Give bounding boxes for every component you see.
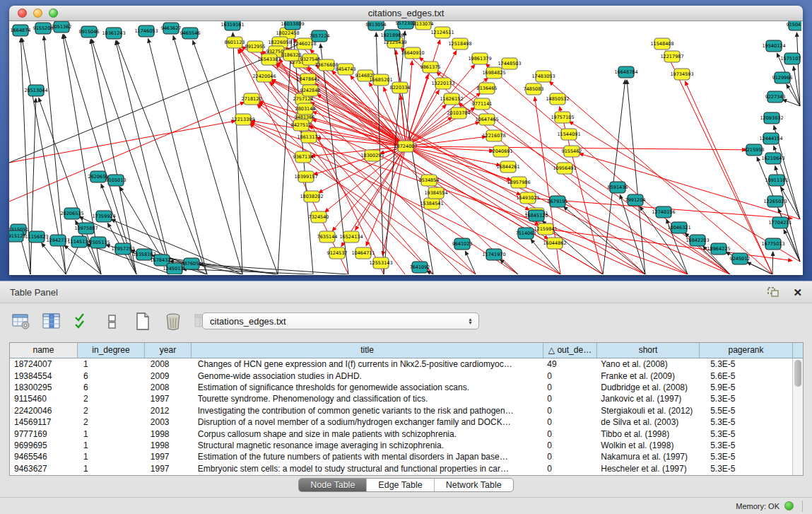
graph-node[interactable] bbox=[784, 53, 800, 64]
graph-node[interactable] bbox=[329, 247, 345, 259]
graph-node[interactable] bbox=[500, 161, 516, 173]
graph-node[interactable] bbox=[486, 67, 502, 78]
graph-node[interactable] bbox=[398, 21, 413, 29]
graph-node[interactable] bbox=[421, 175, 437, 186]
graph-node[interactable] bbox=[311, 211, 326, 223]
graph-node[interactable] bbox=[295, 151, 311, 163]
graph-node[interactable] bbox=[29, 231, 45, 243]
graph-node[interactable] bbox=[474, 98, 490, 110]
graph-node[interactable] bbox=[550, 93, 565, 105]
graph-node[interactable] bbox=[312, 30, 327, 42]
graph-node[interactable] bbox=[71, 236, 87, 247]
graph-node[interactable] bbox=[184, 258, 199, 269]
graph-node[interactable] bbox=[423, 62, 438, 73]
graph-node[interactable] bbox=[115, 243, 131, 255]
graph-node[interactable] bbox=[628, 194, 643, 206]
graph-node[interactable] bbox=[518, 228, 534, 239]
graph-node[interactable] bbox=[454, 238, 470, 250]
graph-node[interactable] bbox=[656, 206, 671, 218]
graph-node[interactable] bbox=[343, 231, 359, 243]
graph-node[interactable] bbox=[81, 26, 97, 37]
graph-node[interactable] bbox=[746, 144, 762, 156]
graph-node[interactable] bbox=[297, 38, 312, 49]
graph-node[interactable] bbox=[529, 210, 544, 221]
graph-node[interactable] bbox=[358, 70, 373, 81]
graph-node[interactable] bbox=[244, 93, 259, 105]
close-panel-icon[interactable]: ✕ bbox=[793, 287, 802, 298]
graph-node[interactable] bbox=[50, 235, 66, 246]
graph-node[interactable] bbox=[298, 171, 314, 182]
graph-node[interactable] bbox=[392, 82, 408, 93]
graph-node[interactable] bbox=[28, 85, 44, 96]
graph-node[interactable] bbox=[764, 112, 779, 124]
unselect-all-icon[interactable] bbox=[102, 312, 122, 332]
graph-node[interactable] bbox=[227, 37, 242, 48]
table-row[interactable]: 2242004622012Investigating the contribut… bbox=[10, 405, 792, 416]
column-header-0[interactable]: name bbox=[10, 343, 78, 358]
graph-node[interactable] bbox=[486, 249, 502, 260]
graph-node[interactable] bbox=[384, 30, 400, 41]
graph-node[interactable] bbox=[302, 54, 318, 65]
graph-node[interactable] bbox=[302, 85, 318, 96]
graph-node[interactable] bbox=[654, 38, 670, 49]
graph-node[interactable] bbox=[412, 262, 428, 273]
graph-node[interactable] bbox=[502, 58, 517, 69]
graph-node[interactable] bbox=[435, 27, 450, 38]
graph-node[interactable] bbox=[257, 71, 272, 82]
graph-node[interactable] bbox=[435, 78, 451, 89]
graph-node[interactable] bbox=[398, 141, 413, 152]
minimize-window-button[interactable] bbox=[33, 8, 42, 18]
graph-node[interactable] bbox=[767, 196, 783, 207]
column-header-6[interactable]: pagerank bbox=[700, 343, 793, 358]
graph-node[interactable] bbox=[319, 231, 335, 243]
graph-node[interactable] bbox=[479, 83, 495, 94]
tab-network-table[interactable]: Network Table bbox=[435, 479, 513, 491]
graph-node[interactable] bbox=[428, 187, 444, 199]
graph-node[interactable] bbox=[690, 235, 705, 246]
table-row[interactable]: 946554611997Estimation of the future num… bbox=[10, 451, 792, 462]
graph-node[interactable] bbox=[368, 21, 384, 30]
graph-node[interactable] bbox=[538, 223, 553, 235]
graph-node[interactable] bbox=[182, 28, 198, 39]
column-header-4[interactable]: △ out_de… bbox=[543, 343, 597, 358]
graph-node[interactable] bbox=[285, 21, 300, 30]
graph-node[interactable] bbox=[789, 21, 801, 30]
graph-node[interactable] bbox=[373, 74, 389, 86]
graph-node[interactable] bbox=[304, 191, 319, 202]
graph-node[interactable] bbox=[561, 129, 577, 140]
tab-edge-table[interactable]: Edge Table bbox=[367, 479, 434, 491]
graph-node[interactable] bbox=[547, 238, 563, 249]
graph-node[interactable] bbox=[479, 114, 495, 125]
graph-node[interactable] bbox=[365, 150, 380, 161]
graph-node[interactable] bbox=[472, 53, 488, 64]
graph-node[interactable] bbox=[555, 112, 570, 123]
graph-node[interactable] bbox=[766, 40, 782, 52]
graph-node[interactable] bbox=[765, 153, 781, 164]
graph-node[interactable] bbox=[486, 130, 502, 141]
graph-node[interactable] bbox=[355, 247, 371, 259]
table-row[interactable]: 977716911998Corpus callosum shape and si… bbox=[10, 428, 792, 439]
graph-node[interactable] bbox=[90, 171, 106, 182]
graph-node[interactable] bbox=[765, 238, 781, 250]
graph-node[interactable] bbox=[35, 23, 51, 34]
network-view[interactable]: 1872400718022458224602181275142118478642… bbox=[9, 21, 803, 275]
graph-node[interactable] bbox=[96, 211, 112, 222]
graph-node[interactable] bbox=[769, 175, 784, 186]
graph-node[interactable] bbox=[674, 69, 690, 80]
graph-node[interactable] bbox=[293, 119, 309, 131]
table-selector-dropdown[interactable]: citations_edges.txt ▲▼ bbox=[202, 313, 479, 329]
graph-node[interactable] bbox=[772, 217, 788, 228]
table-row[interactable]: 969969511998Structural magnetic resonanc… bbox=[10, 440, 792, 451]
graph-node[interactable] bbox=[338, 64, 353, 75]
graph-node[interactable] bbox=[283, 49, 299, 61]
table-row[interactable]: 946362711997Embryonic stem cells: a mode… bbox=[10, 463, 792, 474]
graph-node[interactable] bbox=[261, 54, 277, 65]
column-header-1[interactable]: in_degree bbox=[78, 343, 145, 358]
graph-node[interactable] bbox=[763, 133, 779, 144]
column-header-2[interactable]: year bbox=[145, 343, 192, 358]
graph-node[interactable] bbox=[416, 21, 431, 30]
table-row[interactable]: 1938455462009Genome-wide association stu… bbox=[10, 370, 792, 381]
scrollbar-thumb[interactable] bbox=[794, 360, 801, 387]
graph-node[interactable] bbox=[671, 222, 687, 233]
graph-node[interactable] bbox=[732, 253, 748, 264]
